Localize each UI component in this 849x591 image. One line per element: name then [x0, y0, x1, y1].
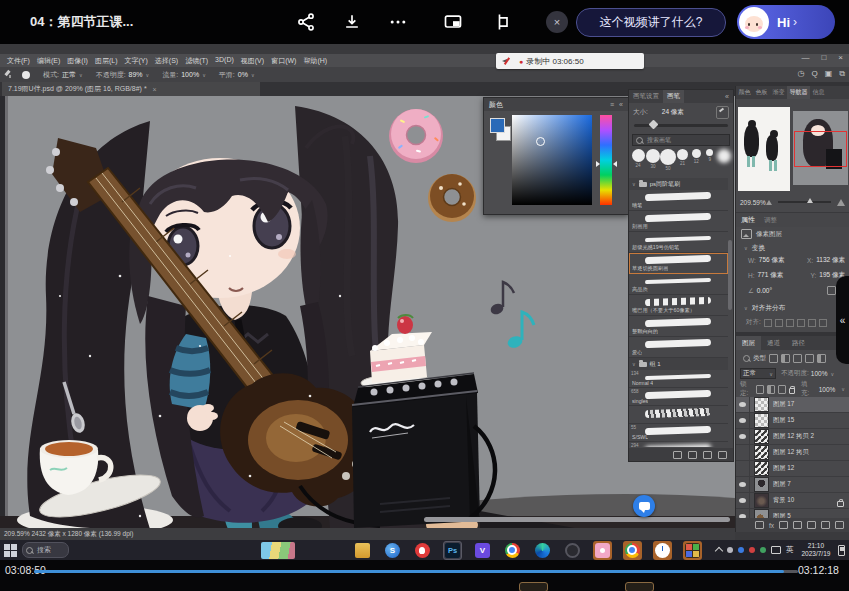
layer-row[interactable]: 图层 12: [736, 461, 849, 477]
photoshop-app-icon[interactable]: Ps: [443, 541, 462, 560]
browser-s-app-icon[interactable]: S: [383, 541, 402, 560]
canvas-horizontal-scrollbar[interactable]: [424, 517, 730, 522]
menu-item[interactable]: 编辑(E): [37, 56, 60, 66]
filter-smart-icon[interactable]: [817, 354, 826, 363]
brush-item[interactable]: 嘴巴用（不要大于60像素）: [629, 295, 728, 316]
lock-transparent-icon[interactable]: [756, 385, 764, 394]
angle-value[interactable]: 0.00°: [757, 287, 772, 294]
taskbar-clock[interactable]: 21:10 2023/7/19: [801, 542, 830, 558]
close-tab-icon[interactable]: ×: [153, 86, 157, 93]
security-tray-icon[interactable]: [760, 547, 766, 553]
color-field-marker[interactable]: [536, 137, 545, 146]
flip-horizontal-icon[interactable]: [827, 286, 836, 295]
download-icon[interactable]: [342, 12, 362, 32]
brush-preset[interactable]: 9: [705, 149, 716, 162]
maximize-button[interactable]: □: [821, 53, 826, 62]
brush-size-value[interactable]: 24 像素: [662, 108, 684, 117]
new-group-icon[interactable]: [688, 451, 697, 459]
recording-tray-icon[interactable]: [749, 547, 755, 553]
brush-preset[interactable]: 21: [677, 149, 688, 166]
filter-shape-icon[interactable]: [805, 354, 814, 363]
microphone-tray-icon[interactable]: [727, 547, 733, 553]
brush-preset[interactable]: 50: [662, 149, 674, 171]
ask-ai-button[interactable]: 这个视频讲了什么?: [576, 8, 726, 37]
x-value[interactable]: 1132 像素: [816, 256, 845, 265]
layer-row[interactable]: 图层 15: [736, 413, 849, 429]
brush-panel-tab[interactable]: 画笔: [663, 90, 684, 103]
layer-effects-icon[interactable]: fx: [769, 522, 774, 529]
align-bottom-icon[interactable]: [819, 319, 827, 327]
brush-item[interactable]: 294Soft Round 294 2: [629, 442, 728, 447]
lock-all-icon[interactable]: [789, 388, 795, 394]
more-icon[interactable]: [388, 12, 408, 32]
brush-item[interactable]: 草逐切换圆刷画: [629, 253, 728, 274]
dismiss-ai-button[interactable]: ×: [546, 11, 568, 33]
navigator-thumbnail[interactable]: [793, 111, 848, 185]
menu-item[interactable]: 文件(F): [7, 56, 30, 66]
stroke-preview-toggle-icon[interactable]: [673, 451, 682, 459]
zoom-in-icon[interactable]: [837, 199, 845, 206]
brush-item[interactable]: 55S/SWL: [629, 424, 728, 442]
navigator-zoom-slider[interactable]: [778, 201, 831, 203]
brush-preset[interactable]: 24: [632, 149, 644, 168]
brush-item[interactable]: 高品质: [629, 274, 728, 295]
brush-preset[interactable]: 30: [647, 149, 659, 169]
document-tab[interactable]: 7.19雨U伴.psd @ 209% (图层 16, RGB/8#) * ×: [2, 82, 260, 96]
picture-in-picture-icon[interactable]: [443, 12, 463, 32]
option-value[interactable]: 0%: [238, 71, 248, 78]
share-doc-icon[interactable]: ⧉: [839, 69, 845, 79]
display-tray-icon[interactable]: [771, 546, 781, 554]
brush-preset[interactable]: 12: [691, 149, 702, 164]
delete-brush-icon[interactable]: [718, 451, 727, 459]
visibility-toggle[interactable]: [736, 397, 750, 412]
brush-size-slider[interactable]: [634, 124, 728, 127]
new-layer-icon[interactable]: [821, 521, 830, 529]
option-value[interactable]: 100%: [181, 71, 199, 78]
lock-position-icon[interactable]: [778, 385, 786, 394]
tab-adjustments[interactable]: 调整: [764, 216, 777, 225]
visibility-toggle[interactable]: [736, 413, 750, 428]
filter-pixel-icon[interactable]: [769, 354, 778, 363]
grid-app-app-icon[interactable]: [683, 541, 702, 560]
workspace-icon[interactable]: ▣: [825, 69, 833, 79]
visibility-toggle[interactable]: [736, 445, 750, 460]
layers-panel-tab[interactable]: 通道: [761, 336, 786, 350]
panel-tab[interactable]: 导航器: [787, 86, 810, 99]
playlist-drawer-toggle[interactable]: «: [836, 276, 849, 364]
option-value[interactable]: 89%: [129, 71, 143, 78]
blend-mode-select[interactable]: 正常 ∨: [740, 368, 776, 379]
navigator-view-box[interactable]: [794, 131, 847, 167]
history-icon[interactable]: ◷: [798, 69, 805, 79]
clock-app-app-icon[interactable]: [653, 541, 672, 560]
reference-image-thumbnail[interactable]: [738, 107, 790, 191]
tab-properties[interactable]: 属性: [741, 215, 755, 225]
panel-menu-icon[interactable]: ≡: [610, 101, 614, 108]
h-value[interactable]: 771 像素: [758, 271, 784, 280]
collapse-icon[interactable]: «: [619, 101, 623, 108]
v-app-app-icon[interactable]: V: [473, 541, 492, 560]
filter-type-icon[interactable]: [793, 354, 802, 363]
zoom-status-text[interactable]: 209.59% 2432 像素 x 1280 像素 (136.99 dpi): [4, 530, 133, 539]
start-button[interactable]: [4, 543, 17, 557]
w-value[interactable]: 756 像素: [759, 256, 785, 265]
layers-panel-tab[interactable]: 路径: [786, 336, 811, 350]
layer-mask-icon[interactable]: [779, 521, 788, 529]
news-weather-widget[interactable]: [261, 542, 295, 559]
assistant-button[interactable]: Hi ›: [737, 5, 835, 39]
layer-row[interactable]: 背景 10: [736, 493, 849, 509]
brush-item[interactable]: 整颗白白的: [629, 316, 728, 337]
brush-group-header[interactable]: ∨组 1: [629, 358, 728, 370]
brush-item[interactable]: 超级光感19号仿铅笔: [629, 232, 728, 253]
chrome-alt-app-icon[interactable]: [623, 541, 642, 560]
navigator-zoom-value[interactable]: 209.59%: [740, 199, 766, 206]
brush-item[interactable]: 晴笔: [629, 190, 728, 211]
zoom-search-icon[interactable]: Q: [811, 69, 817, 79]
brush-size-slider-thumb[interactable]: [649, 120, 659, 130]
zoom-out-icon[interactable]: [766, 200, 772, 205]
brush-item[interactable]: 爱心: [629, 337, 728, 358]
menu-item[interactable]: 3D(D): [215, 56, 234, 66]
layer-row[interactable]: 图层 12 拷贝 2: [736, 429, 849, 445]
brush-search-input[interactable]: 搜索画笔: [632, 134, 730, 146]
menu-item[interactable]: 窗口(W): [271, 56, 296, 66]
mirror-flip-icon[interactable]: [492, 12, 512, 32]
